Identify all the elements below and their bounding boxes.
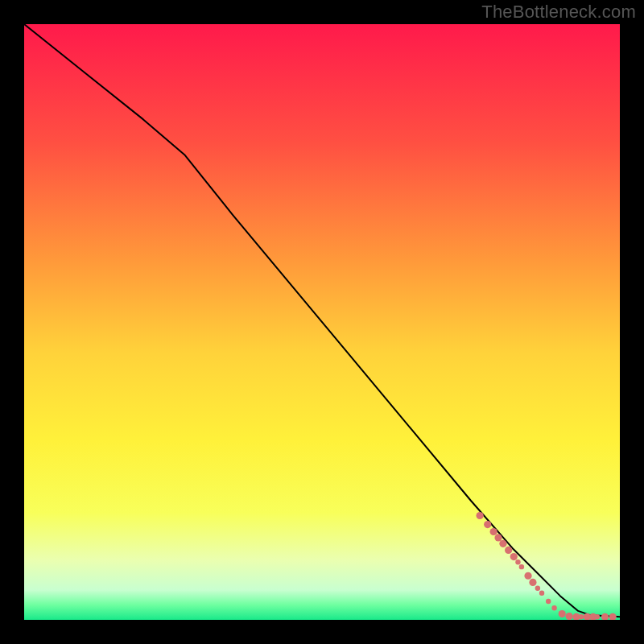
scatter-point [559,610,566,617]
scatter-point [494,534,502,541]
scatter-point [551,605,556,610]
scatter-point [539,591,544,596]
chart-root: TheBottleneck.com [0,0,644,644]
scatter-point [477,512,484,519]
scatter-point [524,572,531,580]
scatter-point [515,559,520,564]
scatter-point [566,613,573,620]
chart-svg [24,24,620,620]
plot-area [24,24,620,620]
scatter-point [546,599,551,604]
scatter-point [579,614,584,619]
scatter-point [505,547,512,554]
scatter-point [529,579,536,586]
scatter-point [510,553,518,560]
scatter-point [484,521,491,528]
scatter-point [595,614,600,619]
scatter-point [519,564,524,569]
scatter-point [535,586,540,591]
scatter-point [490,528,497,535]
scatter-point [499,540,506,547]
watermark-text: TheBottleneck.com [481,2,636,23]
